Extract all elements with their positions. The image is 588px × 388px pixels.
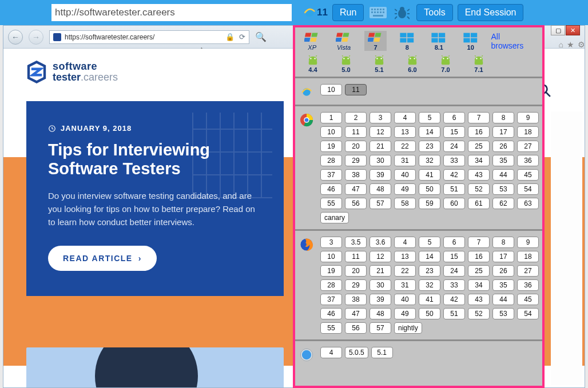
firefox-version-48[interactable]: 48 [370, 308, 391, 319]
chrome-version-53[interactable]: 53 [492, 183, 514, 195]
firefox-version-14[interactable]: 14 [419, 251, 440, 262]
os-windows-10[interactable]: 10 [459, 32, 482, 51]
chrome-version-63[interactable]: 63 [517, 198, 539, 209]
chrome-version-16[interactable]: 16 [468, 126, 490, 138]
next-post-preview[interactable] [26, 347, 284, 387]
chrome-version-24[interactable]: 24 [443, 141, 465, 152]
chrome-version-25[interactable]: 25 [468, 141, 490, 152]
chrome-version-51[interactable]: 51 [443, 183, 465, 195]
firefox-version-42[interactable]: 42 [443, 294, 465, 305]
ie-version-10[interactable]: 10 [320, 84, 342, 95]
firefox-version-23[interactable]: 23 [419, 265, 440, 277]
os-android-7-0[interactable]: 7.0 [434, 55, 458, 73]
firefox-version-38[interactable]: 38 [345, 294, 367, 305]
chrome-version-29[interactable]: 29 [345, 155, 367, 166]
firefox-version-24[interactable]: 24 [443, 265, 465, 277]
chrome-version-45[interactable]: 45 [517, 169, 539, 181]
chrome-version-10[interactable]: 10 [320, 126, 342, 138]
chrome-version-6[interactable]: 6 [443, 112, 465, 123]
chrome-version-42[interactable]: 42 [443, 169, 465, 181]
chrome-version-37[interactable]: 37 [320, 169, 342, 181]
current-browser-indicator[interactable]: 11 [302, 5, 328, 20]
chrome-version-14[interactable]: 14 [419, 126, 440, 138]
firefox-version-10[interactable]: 10 [320, 251, 342, 262]
bug-icon[interactable] [392, 4, 412, 21]
chrome-version-12[interactable]: 12 [370, 126, 391, 138]
url-input[interactable] [55, 7, 288, 18]
firefox-version-31[interactable]: 31 [394, 279, 416, 291]
all-browsers-link[interactable]: All browsers [491, 32, 532, 50]
chrome-version-49[interactable]: 49 [394, 183, 416, 195]
chrome-version-19[interactable]: 19 [320, 141, 342, 152]
chrome-version-15[interactable]: 15 [443, 126, 465, 138]
firefox-version-17[interactable]: 17 [492, 251, 514, 262]
firefox-version-52[interactable]: 52 [468, 308, 490, 319]
safari-version-5-0-5[interactable]: 5.0.5 [345, 347, 368, 358]
firefox-version-46[interactable]: 46 [320, 308, 342, 319]
chrome-version-canary[interactable]: canary [320, 212, 349, 223]
chrome-version-44[interactable]: 44 [492, 169, 514, 181]
chrome-version-58[interactable]: 58 [394, 198, 416, 209]
chrome-version-50[interactable]: 50 [419, 183, 440, 195]
firefox-version-40[interactable]: 40 [394, 294, 416, 305]
firefox-version-37[interactable]: 37 [320, 294, 342, 305]
search-glass-icon[interactable]: 🔍 [255, 31, 267, 42]
chrome-version-21[interactable]: 21 [370, 141, 391, 152]
chrome-version-7[interactable]: 7 [468, 112, 490, 123]
chrome-version-59[interactable]: 59 [419, 198, 440, 209]
chrome-version-40[interactable]: 40 [394, 169, 416, 181]
chrome-version-38[interactable]: 38 [345, 169, 367, 181]
chrome-version-4[interactable]: 4 [394, 112, 416, 123]
run-button[interactable]: Run [332, 4, 364, 21]
firefox-version-3-6[interactable]: 3.6 [370, 237, 391, 248]
safari-version-5-1[interactable]: 5.1 [371, 347, 393, 358]
firefox-version-25[interactable]: 25 [468, 265, 490, 277]
firefox-version-12[interactable]: 12 [370, 251, 391, 262]
firefox-version-35[interactable]: 35 [492, 279, 514, 291]
chrome-version-8[interactable]: 8 [492, 112, 514, 123]
firefox-version-45[interactable]: 45 [517, 294, 539, 305]
chrome-version-2[interactable]: 2 [345, 112, 367, 123]
os-windows-8[interactable]: 8 [396, 32, 418, 51]
chrome-version-47[interactable]: 47 [345, 183, 367, 195]
back-button[interactable]: ← [8, 30, 23, 45]
refresh-icon[interactable]: ⟳ [239, 33, 245, 41]
firefox-version-34[interactable]: 34 [468, 279, 490, 291]
chrome-version-46[interactable]: 46 [320, 183, 342, 195]
firefox-version-57[interactable]: 57 [370, 322, 391, 334]
firefox-version-33[interactable]: 33 [443, 279, 465, 291]
firefox-version-50[interactable]: 50 [419, 308, 440, 319]
firefox-version-26[interactable]: 26 [492, 265, 514, 277]
firefox-version-21[interactable]: 21 [370, 265, 391, 277]
firefox-version-16[interactable]: 16 [468, 251, 490, 262]
chrome-version-30[interactable]: 30 [370, 155, 391, 166]
firefox-version-27[interactable]: 27 [517, 265, 539, 277]
chrome-version-28[interactable]: 28 [320, 155, 342, 166]
forward-button[interactable]: → [29, 30, 43, 45]
site-logo[interactable]: software tester.careers [26, 60, 279, 84]
firefox-version-49[interactable]: 49 [394, 308, 416, 319]
firefox-version-44[interactable]: 44 [492, 294, 514, 305]
favorites-icon[interactable]: ★ [567, 40, 574, 49]
ie-address-bar[interactable]: https://softwaretester.careers/ 🔒 ⟳ [49, 30, 249, 44]
chrome-version-20[interactable]: 20 [345, 141, 367, 152]
firefox-version-29[interactable]: 29 [345, 279, 367, 291]
firefox-version-13[interactable]: 13 [394, 251, 416, 262]
firefox-version-22[interactable]: 22 [394, 265, 416, 277]
firefox-version-39[interactable]: 39 [370, 294, 391, 305]
os-android-4-4[interactable]: 4.4 [301, 55, 325, 73]
chrome-version-62[interactable]: 62 [492, 198, 514, 209]
firefox-version-47[interactable]: 47 [345, 308, 367, 319]
chrome-version-31[interactable]: 31 [394, 155, 416, 166]
chrome-version-43[interactable]: 43 [468, 169, 490, 181]
chrome-version-32[interactable]: 32 [419, 155, 440, 166]
os-android-7-1[interactable]: 7.1 [467, 55, 491, 73]
firefox-version-nightly[interactable]: nightly [394, 322, 422, 334]
ie-version-11[interactable]: 11 [345, 84, 367, 95]
tools-button[interactable]: Tools [416, 4, 452, 21]
chrome-version-22[interactable]: 22 [394, 141, 416, 152]
firefox-version-4[interactable]: 4 [394, 237, 416, 248]
firefox-version-53[interactable]: 53 [492, 308, 514, 319]
chrome-version-27[interactable]: 27 [517, 141, 539, 152]
chrome-version-48[interactable]: 48 [370, 183, 391, 195]
